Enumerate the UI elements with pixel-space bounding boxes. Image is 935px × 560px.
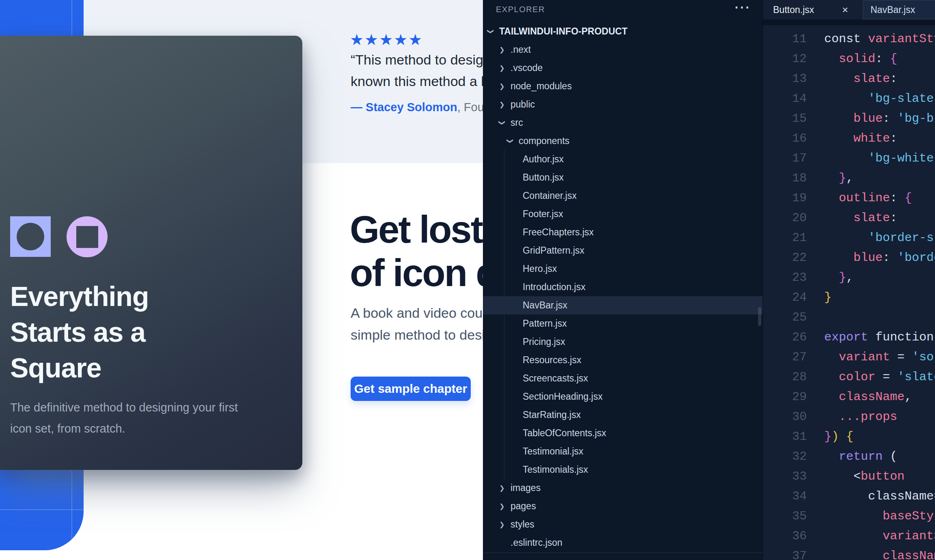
line-number: 15 xyxy=(763,109,807,129)
tab-button-jsx[interactable]: Button.jsx × xyxy=(763,0,863,19)
tree-item-src[interactable]: ❯src xyxy=(483,114,763,132)
tree-item-label: StarRating.jsx xyxy=(523,409,581,420)
circle-cutout xyxy=(17,223,44,250)
code-line: 29 className, xyxy=(763,387,935,407)
code-text: variantStyles[ xyxy=(824,526,935,546)
get-sample-chapter-button[interactable]: Get sample chapter xyxy=(351,377,471,401)
tree-item-footer-jsx[interactable]: Footer.jsx xyxy=(483,205,763,223)
code-text: variant = 'solid', xyxy=(824,347,935,367)
line-number: 16 xyxy=(763,129,807,149)
tree-item-container-jsx[interactable]: Container.jsx xyxy=(483,187,763,205)
explorer-scrollbar-thumb[interactable] xyxy=(758,307,761,326)
line-number: 36 xyxy=(763,526,807,546)
code-line: 25 xyxy=(763,308,935,327)
book-subtitle-line: icon set, from scratch. xyxy=(10,418,238,439)
tree-item-testimonial-jsx[interactable]: Testimonial.jsx xyxy=(483,442,763,461)
code-text: <button xyxy=(824,467,905,487)
line-number: 32 xyxy=(763,447,807,467)
line-number: 11 xyxy=(763,29,807,49)
tree-item-label: public xyxy=(511,99,535,110)
tree-item-sectionheading-jsx[interactable]: SectionHeading.jsx xyxy=(483,388,763,406)
hero-heading-line-1: Get lost in the world xyxy=(350,208,483,252)
code-text: export function Button({ xyxy=(824,327,935,347)
line-number: 26 xyxy=(763,327,807,347)
tab-navbar-jsx[interactable]: NavBar.jsx xyxy=(863,0,935,19)
tree-item-navbar-jsx[interactable]: NavBar.jsx xyxy=(483,296,763,314)
chevron-right-icon: ❯ xyxy=(497,82,507,90)
tree-item-label: images xyxy=(511,482,541,493)
tree-item--next[interactable]: ❯.next xyxy=(483,41,763,59)
book-title-line: Everything xyxy=(10,278,149,314)
tree-item-pattern-jsx[interactable]: Pattern.jsx xyxy=(483,314,763,333)
tree-item-styles[interactable]: ❯styles xyxy=(483,515,763,534)
tree-item-resources-jsx[interactable]: Resources.jsx xyxy=(483,351,763,369)
tree-item-label: styles xyxy=(511,519,534,530)
tree-item-label: FreeChapters.jsx xyxy=(523,227,594,238)
line-number: 19 xyxy=(763,188,807,208)
book-subtitle-line: The definitive method to designing your … xyxy=(10,397,238,418)
tree-item-tailwindui-info-product[interactable]: ❯TAILWINDUI-INFO-PRODUCT xyxy=(483,22,763,41)
line-number: 25 xyxy=(763,308,807,327)
screenshot-root: Everything Starts as a Square The defini… xyxy=(0,0,935,560)
code-line: 14 'bg-slate-900 text-white hover:bg-sla… xyxy=(763,89,935,109)
tree-item-label: Pricing.jsx xyxy=(523,336,565,347)
tree-item-label: node_modules xyxy=(511,81,572,92)
code-text: outline: { xyxy=(824,188,912,208)
tree-item-hero-jsx[interactable]: Hero.jsx xyxy=(483,260,763,278)
tree-item-introduction-jsx[interactable]: Introduction.jsx xyxy=(483,278,763,296)
code-line: 16 white: xyxy=(763,129,935,149)
book-title: Everything Starts as a Square xyxy=(10,278,149,386)
editor-tab-shadow-strip xyxy=(763,19,935,25)
line-number: 27 xyxy=(763,347,807,367)
tree-item-author-jsx[interactable]: Author.jsx xyxy=(483,150,763,168)
tree-item-gridpattern-jsx[interactable]: GridPattern.jsx xyxy=(483,241,763,260)
tree-item-components[interactable]: ❯components xyxy=(483,132,763,150)
tree-item-pages[interactable]: ❯pages xyxy=(483,497,763,515)
vscode-editor[interactable]: Button.jsx × NavBar.jsx 11const variantS… xyxy=(763,0,935,560)
tree-item-images[interactable]: ❯images xyxy=(483,479,763,497)
chevron-down-icon: ❯ xyxy=(487,26,495,37)
tree-item-button-jsx[interactable]: Button.jsx xyxy=(483,168,763,187)
code-text: }) { xyxy=(824,427,853,447)
code-line: 32 return ( xyxy=(763,447,935,467)
explorer-more-actions-icon[interactable]: ⋯ xyxy=(734,0,751,16)
line-number: 28 xyxy=(763,367,807,387)
line-number: 37 xyxy=(763,546,807,560)
tree-item-testimonials-jsx[interactable]: Testimonials.jsx xyxy=(483,461,763,479)
outline-section-header[interactable]: ❯ OUTLINE xyxy=(483,554,763,560)
code-line: 35 baseStyles, xyxy=(763,506,935,526)
tree-item-label: Screencasts.jsx xyxy=(523,373,588,384)
tree-item-public[interactable]: ❯public xyxy=(483,95,763,114)
tree-item-label: Footer.jsx xyxy=(523,209,563,220)
code-line: 19 outline: { xyxy=(763,188,935,208)
tree-item-screencasts-jsx[interactable]: Screencasts.jsx xyxy=(483,369,763,388)
code-text: slate: xyxy=(824,69,897,89)
code-text: 'bg-white text-slate-900 hover:bg-white'… xyxy=(824,149,935,168)
tree-item-tableofcontents-jsx[interactable]: TableOfContents.jsx xyxy=(483,424,763,442)
testimonial-quote-line-2: known this method a lot sooner xyxy=(351,73,483,89)
tree-item--eslintrc-json[interactable]: .eslintrc.json xyxy=(483,534,763,552)
chevron-down-icon: ❯ xyxy=(498,118,506,128)
close-icon[interactable]: × xyxy=(842,3,848,17)
book-subtitle: The definitive method to designing your … xyxy=(10,397,238,439)
code-area[interactable]: 11const variantStyles = {12 solid: {13 s… xyxy=(763,29,935,560)
tree-item-pricing-jsx[interactable]: Pricing.jsx xyxy=(483,333,763,351)
tree-item-starrating-jsx[interactable]: StarRating.jsx xyxy=(483,406,763,424)
code-line: 31}) { xyxy=(763,427,935,447)
tree-item-node-modules[interactable]: ❯node_modules xyxy=(483,77,763,95)
tree-item-freechapters-jsx[interactable]: FreeChapters.jsx xyxy=(483,223,763,241)
code-text: blue: 'border-blue-600 text-blue-600', xyxy=(824,248,935,268)
line-number: 14 xyxy=(763,89,807,109)
tree-item-label: src xyxy=(511,117,523,128)
line-number: 29 xyxy=(763,387,807,407)
book-title-line: Square xyxy=(10,350,149,386)
vscode-explorer-panel: EXPLORER ⋯ ❯TAILWINDUI-INFO-PRODUCT❯.nex… xyxy=(483,0,763,560)
tree-item--vscode[interactable]: ❯.vscode xyxy=(483,59,763,77)
line-number: 24 xyxy=(763,288,807,308)
tab-label: NavBar.jsx xyxy=(870,4,915,15)
code-text: className, xyxy=(824,387,912,407)
tree-item-label: Resources.jsx xyxy=(523,355,581,366)
square-cutout xyxy=(76,226,98,248)
line-number: 34 xyxy=(763,487,807,506)
code-text: solid: { xyxy=(824,49,897,69)
